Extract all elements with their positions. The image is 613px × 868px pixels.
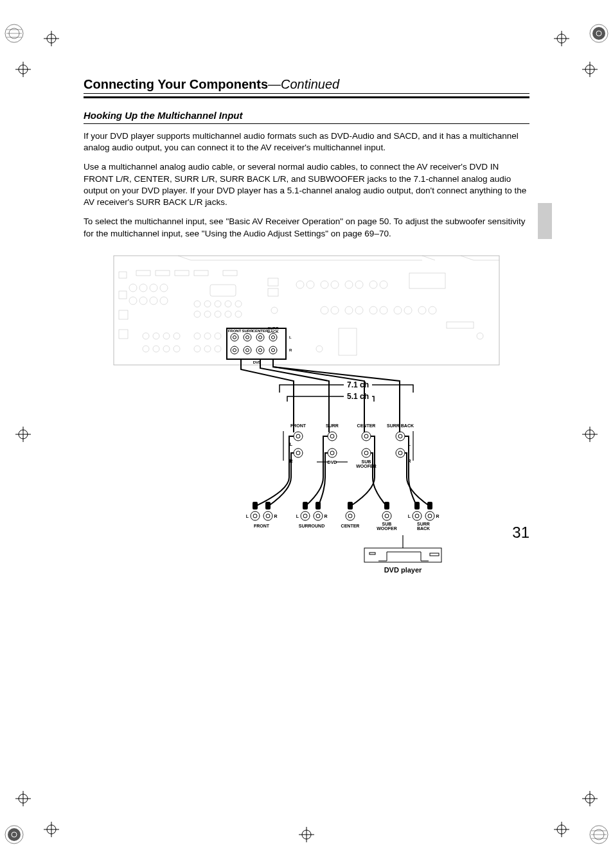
svg-point-103 (296, 451, 300, 455)
svg-text:FRONT: FRONT (290, 423, 306, 428)
svg-point-84 (269, 346, 277, 354)
section-title: Connecting Your Components (84, 77, 268, 91)
svg-point-20 (204, 301, 211, 307)
svg-point-112 (362, 448, 371, 457)
svg-point-57 (355, 306, 363, 314)
svg-text:SURR BACK: SURR BACK (387, 423, 414, 428)
section-tab (538, 203, 552, 239)
svg-point-47 (306, 281, 314, 288)
svg-point-55 (331, 306, 339, 314)
svg-rect-161 (369, 553, 375, 554)
svg-text:L: L (246, 514, 249, 518)
svg-point-73 (246, 335, 249, 339)
crop-mark-icon (582, 427, 598, 442)
svg-point-27 (225, 311, 231, 317)
body-paragraph-3: To select the multichannel input, see "B… (84, 216, 529, 239)
svg-point-101 (296, 434, 300, 438)
svg-text:L: L (296, 514, 299, 518)
body-paragraph-1: If your DVD player supports multichannel… (84, 130, 529, 154)
section-header: Connecting Your Components—Continued (84, 77, 529, 98)
svg-point-52 (369, 281, 377, 288)
svg-point-8 (139, 297, 147, 305)
svg-point-39 (215, 333, 221, 339)
svg-text:R: R (324, 514, 327, 518)
svg-point-74 (256, 333, 264, 341)
crop-mark-icon (44, 822, 59, 837)
svg-rect-18 (210, 285, 236, 296)
svg-rect-1 (119, 272, 127, 278)
crop-mark-icon (582, 791, 598, 806)
svg-text:R: R (407, 459, 411, 463)
svg-point-77 (272, 335, 275, 339)
svg-rect-3 (119, 310, 128, 319)
svg-text:CENTER: CENTER (341, 524, 360, 528)
svg-rect-123 (253, 502, 258, 509)
svg-point-134 (266, 514, 270, 518)
connection-diagram: FRONT SURR CENTER SURR BACK L R DVD 5.1 … (84, 252, 529, 599)
crop-mark-icon (44, 31, 59, 46)
svg-point-56 (345, 306, 353, 314)
svg-point-53 (380, 281, 387, 288)
svg-point-102 (294, 448, 303, 457)
subsection-title: Hooking Up the Multichannel Input (84, 110, 529, 124)
svg-point-22 (225, 301, 231, 307)
svg-text:DVD player: DVD player (384, 566, 422, 574)
svg-point-148 (382, 511, 391, 520)
svg-point-26 (215, 311, 221, 317)
svg-point-79 (233, 348, 236, 351)
svg-point-25 (204, 311, 211, 317)
svg-rect-129 (414, 502, 420, 509)
svg-point-155 (428, 514, 432, 518)
svg-point-31 (163, 333, 170, 339)
svg-point-40 (194, 346, 200, 352)
svg-point-78 (231, 346, 238, 354)
crop-mark-icon (15, 62, 31, 77)
svg-rect-44 (268, 288, 278, 296)
svg-point-5 (129, 284, 137, 292)
crop-mark-icon (299, 827, 314, 842)
svg-rect-4 (119, 330, 128, 339)
registration-disc-icon (4, 824, 24, 845)
svg-text:R: R (289, 459, 292, 463)
svg-rect-128 (384, 502, 389, 509)
svg-point-12 (160, 297, 168, 305)
svg-point-70 (231, 333, 238, 341)
svg-point-145 (346, 511, 355, 520)
svg-point-100 (294, 432, 303, 441)
svg-point-113 (364, 451, 368, 455)
svg-point-38 (204, 333, 211, 339)
svg-text:L: L (290, 442, 293, 447)
svg-point-118 (396, 448, 405, 457)
svg-text:SURR: SURR (326, 423, 339, 428)
svg-rect-66 (339, 328, 357, 355)
dvd-player-outputs: L R FRONT L R SURROUND CENTER SUB WOOFER… (246, 502, 440, 531)
svg-text:DVD: DVD (328, 460, 337, 465)
svg-point-58 (369, 306, 377, 314)
svg-point-108 (328, 448, 337, 457)
svg-point-34 (153, 346, 159, 352)
svg-point-111 (364, 434, 368, 438)
continued-label: —Continued (268, 77, 339, 91)
svg-point-116 (396, 432, 405, 441)
svg-rect-16 (194, 270, 208, 276)
svg-rect-126 (315, 502, 321, 509)
registration-disc-icon (589, 824, 609, 845)
svg-text:L: L (408, 442, 411, 447)
svg-point-37 (194, 333, 200, 339)
label-5-1-ch-b: 5.1 ch (347, 392, 369, 401)
svg-text:BACK: BACK (417, 526, 430, 531)
svg-point-19 (194, 301, 200, 307)
crop-mark-icon (15, 791, 31, 806)
svg-point-152 (413, 511, 422, 520)
svg-point-110 (362, 432, 371, 441)
svg-rect-43 (268, 278, 278, 286)
svg-point-81 (246, 348, 249, 351)
svg-point-63 (429, 306, 436, 314)
receiver-dvd-in-block: FRONT SURR CENTER SURR BACK L R (283, 423, 414, 477)
svg-point-76 (269, 333, 277, 341)
svg-point-153 (415, 514, 419, 518)
svg-rect-64 (409, 273, 445, 288)
svg-rect-130 (427, 502, 432, 509)
svg-point-36 (173, 346, 180, 352)
svg-point-75 (259, 335, 262, 339)
